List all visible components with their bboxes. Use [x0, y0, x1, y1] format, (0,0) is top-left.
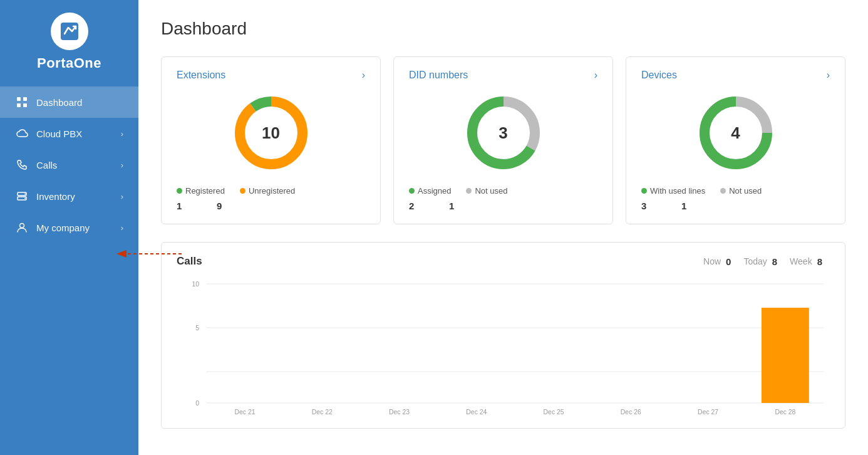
devices-legend: With used lines Not used: [641, 186, 830, 196]
did-values: 2 1: [409, 201, 597, 211]
unregistered-value: 9: [217, 201, 242, 211]
chart-bar-dec28: [762, 308, 809, 403]
sidebar-item-cloud-pbx[interactable]: Cloud PBX ›: [0, 118, 138, 149]
did-numbers-card-chevron[interactable]: ›: [594, 70, 597, 81]
calls-section: Calls Now 0 Today 8 Week 8 10 5 0: [161, 242, 845, 429]
calls-stats: Now 0 Today 8 Week 8: [703, 256, 830, 267]
svg-text:Dec 25: Dec 25: [544, 408, 564, 416]
extensions-values: 1 9: [177, 201, 365, 211]
not-used-did-dot: [466, 188, 472, 194]
devices-card-chevron[interactable]: ›: [827, 70, 830, 81]
legend-not-used-devices: Not used: [720, 186, 762, 196]
chevron-down-icon: ›: [121, 160, 123, 170]
svg-text:Dec 21: Dec 21: [235, 408, 256, 416]
svg-text:0: 0: [195, 399, 199, 407]
assigned-value: 2: [409, 201, 434, 211]
did-numbers-card-title[interactable]: DID numbers: [409, 70, 468, 81]
server-icon: [15, 189, 29, 203]
brand-name: PortaOne: [37, 55, 101, 71]
devices-donut: 4: [695, 92, 777, 174]
registered-value: 1: [177, 201, 202, 211]
assigned-label: Assigned: [418, 186, 451, 196]
extensions-card-title[interactable]: Extensions: [177, 70, 225, 81]
sidebar: PortaOne Dashboard Cloud PBX ›: [0, 0, 138, 455]
svg-rect-3: [17, 103, 21, 107]
extensions-legend: Registered Unregistered: [177, 186, 365, 196]
sidebar-item-inventory-label: Inventory: [36, 191, 75, 202]
sidebar-item-dashboard[interactable]: Dashboard: [0, 86, 138, 118]
devices-values: 3 1: [641, 201, 830, 211]
sidebar-nav: Dashboard Cloud PBX › Calls ›: [0, 86, 138, 243]
legend-assigned: Assigned: [409, 186, 451, 196]
svg-text:Dec 26: Dec 26: [621, 408, 641, 416]
did-legend: Assigned Not used: [409, 186, 597, 196]
chart-svg: 10 5 0 Dec 21 Dec 22 Dec 23 Dec 24 Dec 2…: [177, 278, 830, 416]
page-title: Dashboard: [161, 19, 845, 39]
phone-icon: [15, 158, 29, 172]
svg-point-8: [24, 198, 26, 199]
svg-point-9: [20, 224, 24, 228]
legend-with-used-lines: With used lines: [641, 186, 705, 196]
week-label: Week: [790, 256, 812, 266]
chevron-down-icon: ›: [121, 129, 123, 139]
svg-rect-4: [23, 103, 27, 107]
extensions-card-chevron[interactable]: ›: [362, 70, 365, 81]
not-used-devices-dot: [720, 188, 726, 194]
devices-card-title[interactable]: Devices: [641, 70, 677, 81]
not-used-did-label: Not used: [475, 186, 507, 196]
week-value: 8: [817, 256, 822, 267]
not-used-did-value: 1: [449, 201, 474, 211]
chevron-down-icon: ›: [121, 223, 123, 233]
user-icon: [15, 221, 29, 234]
sidebar-item-my-company-label: My company: [36, 222, 90, 233]
sidebar-item-cloud-pbx-label: Cloud PBX: [36, 128, 82, 139]
svg-text:Dec 27: Dec 27: [698, 408, 718, 416]
devices-card: Devices › 4 With us: [626, 56, 845, 224]
with-used-lines-label: With used lines: [650, 186, 705, 196]
calls-header: Calls Now 0 Today 8 Week 8: [177, 255, 830, 268]
registered-label: Registered: [185, 186, 225, 196]
svg-text:Dec 22: Dec 22: [312, 408, 333, 416]
svg-rect-1: [17, 97, 21, 101]
cloud-icon: [15, 127, 29, 140]
extensions-total: 10: [262, 123, 280, 143]
today-label: Today: [743, 256, 767, 266]
svg-text:Dec 28: Dec 28: [775, 408, 795, 416]
sidebar-item-calls-label: Calls: [36, 160, 57, 170]
unregistered-dot: [240, 188, 245, 194]
stats-cards-row: Extensions › 10: [161, 56, 845, 224]
svg-rect-2: [23, 97, 27, 101]
chevron-down-icon: ›: [121, 192, 123, 201]
grid-icon: [15, 95, 29, 109]
svg-text:10: 10: [192, 280, 199, 288]
not-used-devices-value: 1: [681, 201, 706, 211]
extensions-donut: 10: [230, 92, 312, 174]
main-content: Dashboard Extensions › 10: [138, 0, 868, 455]
today-value: 8: [772, 256, 777, 267]
svg-point-7: [24, 194, 26, 195]
sidebar-item-my-company[interactable]: My company ›: [0, 212, 138, 243]
now-value: 0: [726, 256, 731, 267]
unregistered-label: Unregistered: [249, 186, 295, 196]
svg-rect-0: [61, 23, 78, 40]
calls-chart: 10 5 0 Dec 21 Dec 22 Dec 23 Dec 24 Dec 2…: [177, 278, 830, 416]
sidebar-item-calls[interactable]: Calls ›: [0, 149, 138, 180]
did-total: 3: [499, 123, 507, 143]
registered-dot: [177, 188, 182, 194]
devices-total: 4: [731, 123, 740, 143]
sidebar-item-inventory[interactable]: Inventory ›: [0, 180, 138, 212]
legend-not-used-did: Not used: [466, 186, 507, 196]
did-numbers-card: DID numbers › 3 Ass: [393, 56, 613, 224]
assigned-dot: [409, 188, 415, 194]
svg-text:Dec 24: Dec 24: [466, 408, 487, 416]
calls-title: Calls: [177, 255, 202, 268]
app-logo: [51, 13, 88, 50]
legend-unregistered: Unregistered: [240, 186, 295, 196]
with-used-lines-value: 3: [641, 201, 666, 211]
sidebar-item-dashboard-label: Dashboard: [36, 97, 82, 108]
legend-registered: Registered: [177, 186, 225, 196]
extensions-card: Extensions › 10: [161, 56, 381, 224]
svg-text:Dec 23: Dec 23: [389, 408, 410, 416]
not-used-devices-label: Not used: [729, 186, 762, 196]
svg-text:5: 5: [195, 324, 199, 332]
